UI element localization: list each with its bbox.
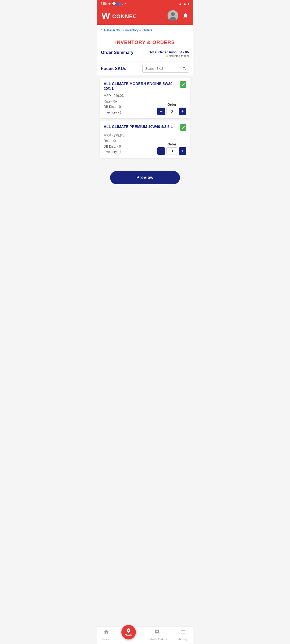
sku-rate-1: Rate - 0/-: [104, 138, 125, 144]
order-summary-title: Order Summary: [101, 50, 133, 55]
header-icons: [168, 10, 189, 21]
app-logo: W CONNECT: [101, 10, 136, 21]
svg-point-3: [171, 12, 175, 16]
sku-name-1: ALL CLIMATE PREMIUM 10W40 4/3.5 L: [104, 124, 177, 129]
order-tax-note: (Excluding taxes): [149, 54, 189, 57]
search-box: [142, 65, 189, 73]
breadcrumb: ‹ Retailer 360 > Inventory & Orders: [97, 25, 193, 36]
sku-inventory-0: Inventory - 1: [104, 110, 125, 115]
order-total-area: Total Order Amount - 0/- (Excluding taxe…: [149, 50, 189, 57]
qty-input-1[interactable]: [166, 147, 177, 155]
preview-section: Preview: [97, 160, 193, 190]
order-summary: Order Summary Total Order Amount - 0/- (…: [97, 47, 193, 61]
search-input[interactable]: [143, 65, 180, 72]
notification-icons: ✈ 💬 👥 ✓ •: [108, 2, 126, 6]
qty-control-1: − +: [157, 147, 186, 155]
status-left: 2:56 ✈ 💬 👥 ✓ •: [100, 2, 126, 6]
order-label-1: Order: [168, 142, 176, 146]
sku-rate-0: Rate - 0/-: [104, 99, 125, 104]
sku-checkbox-1[interactable]: [180, 124, 186, 131]
preview-button[interactable]: Preview: [110, 171, 180, 184]
svg-text:W: W: [102, 10, 110, 21]
back-button[interactable]: ‹: [100, 27, 102, 33]
logo-area: W CONNECT: [101, 10, 136, 21]
status-bar: 2:56 ✈ 💬 👥 ✓ • ▲ ▲ ▮: [97, 0, 193, 8]
bell-svg: [182, 12, 189, 19]
avatar-image: [168, 10, 178, 21]
qty-decrease-1[interactable]: −: [157, 147, 165, 155]
sku-dbdisc-0: DB Disc. - 0: [104, 104, 125, 109]
notification-bell-icon[interactable]: [182, 12, 189, 19]
search-button[interactable]: [180, 65, 189, 72]
focus-skus-header: Focus SKUs: [97, 61, 193, 75]
svg-text:CONNECT: CONNECT: [112, 13, 136, 19]
signal-icon: ▲: [183, 2, 186, 6]
qty-decrease-0[interactable]: −: [157, 108, 165, 115]
wifi-icon: ▲: [179, 2, 182, 6]
logo-svg: W CONNECT: [101, 10, 136, 21]
sku-order-area-1: Order − +: [157, 142, 186, 155]
sku-info-0: MRP - 249.07/- Rate - 0/- DB Disc. - 0 I…: [104, 93, 125, 115]
battery-icon: ▮: [188, 2, 190, 6]
qty-input-0[interactable]: [166, 108, 177, 115]
status-right: ▲ ▲ ▮: [179, 2, 190, 6]
qty-control-0: − +: [157, 108, 186, 115]
sku-dbdisc-1: DB Disc. - 0: [104, 144, 125, 149]
sku-order-area-0: Order − +: [157, 103, 186, 115]
status-time: 2:56: [100, 2, 107, 6]
focus-skus-title: Focus SKUs: [101, 66, 126, 71]
search-icon: [182, 67, 187, 71]
sku-name-0: ALL CLIMATE MODERN ENGINE 5W30 20/1 L: [104, 81, 177, 91]
sku-mrp-1: MRP - 975.64/-: [104, 133, 125, 138]
qty-increase-1[interactable]: +: [179, 147, 186, 155]
page-title-section: INVENTORY & ORDERS: [97, 36, 193, 47]
page-title: INVENTORY & ORDERS: [97, 40, 193, 45]
app-header: W CONNECT: [97, 8, 193, 25]
order-total-text: Total Order Amount - 0/-: [149, 50, 189, 54]
breadcrumb-text: Retailer 360 > Inventory & Orders: [104, 28, 152, 32]
avatar[interactable]: [168, 10, 178, 21]
order-label-0: Order: [168, 103, 176, 107]
sku-mrp-0: MRP - 249.07/-: [104, 93, 125, 98]
sku-checkbox-0[interactable]: [180, 81, 186, 88]
sku-cards-container: ALL CLIMATE MODERN ENGINE 5W30 20/1 L MR…: [97, 78, 193, 158]
sku-card-0: ALL CLIMATE MODERN ENGINE 5W30 20/1 L MR…: [100, 78, 190, 118]
sku-card-1: ALL CLIMATE PREMIUM 10W40 4/3.5 L MRP - …: [100, 120, 190, 158]
sku-info-1: MRP - 975.64/- Rate - 0/- DB Disc. - 0 I…: [104, 133, 125, 155]
qty-increase-0[interactable]: +: [179, 108, 186, 115]
sku-inventory-1: Inventory - 1: [104, 149, 125, 155]
